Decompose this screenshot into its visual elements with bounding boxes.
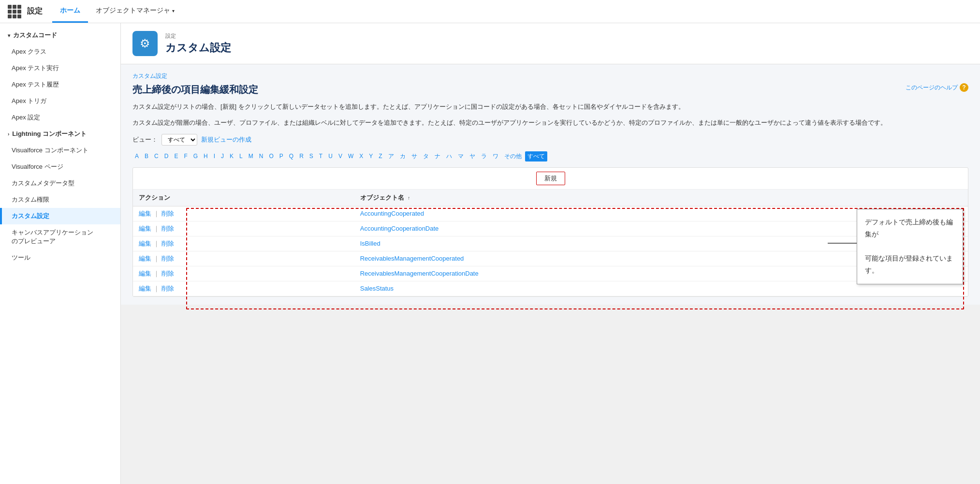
view-select[interactable]: すべて <box>161 134 197 146</box>
action-link-編集[interactable]: 編集 <box>139 255 151 262</box>
view-bar: ビュー： すべて 新規ビューの作成 <box>132 134 968 146</box>
action-link-削除[interactable]: 削除 <box>161 225 174 232</box>
object-name-link[interactable]: ReceivablesManagementCooperated <box>360 255 464 262</box>
page-content: カスタム設定 売上締後の項目編集緩和設定 このページのヘルプ ? カスタム設定が… <box>121 64 980 305</box>
alpha-btn-すべて[interactable]: すべて <box>525 151 547 161</box>
alpha-btn-ラ[interactable]: ラ <box>479 151 489 161</box>
help-link[interactable]: このページのヘルプ ? <box>906 83 968 92</box>
sidebar-item-tools[interactable]: ツール <box>0 249 120 266</box>
sidebar-item-apex-test-history[interactable]: Apex テスト履歴 <box>0 76 120 93</box>
alpha-btn-M[interactable]: M <box>246 152 256 161</box>
sidebar-item-apex-trigger[interactable]: Apex トリガ <box>0 93 120 109</box>
alpha-btn-K[interactable]: K <box>227 152 236 161</box>
action-link-削除[interactable]: 削除 <box>161 240 174 247</box>
action-link-編集[interactable]: 編集 <box>139 270 151 277</box>
alpha-btn-I[interactable]: I <box>211 152 218 161</box>
sidebar-item-custom-settings[interactable]: カスタム設定 <box>0 208 120 224</box>
alpha-btn-S[interactable]: S <box>307 152 316 161</box>
alpha-btn-L[interactable]: L <box>237 152 245 161</box>
alpha-btn-C[interactable]: C <box>152 152 161 161</box>
page-header-icon: ⚙ <box>132 31 158 56</box>
alpha-btn-B[interactable]: B <box>142 152 151 161</box>
alpha-btn-P[interactable]: P <box>277 152 286 161</box>
alpha-btn-G[interactable]: G <box>191 152 200 161</box>
table-cell-action: 編集｜削除 <box>133 221 354 236</box>
callout-box: デフォルトで売上締め後も編集が 可能な項目が登録されています。 <box>857 209 963 284</box>
sidebar-item-apex-class[interactable]: Apex クラス <box>0 44 120 60</box>
alpha-btn-ア[interactable]: ア <box>386 151 396 161</box>
alpha-btn-ヤ[interactable]: ヤ <box>467 151 478 161</box>
alpha-btn-カ[interactable]: カ <box>397 151 408 161</box>
action-link-編集[interactable]: 編集 <box>139 225 151 232</box>
object-name-link[interactable]: ReceivablesManagementCooperationDate <box>360 270 479 277</box>
help-icon: ? <box>960 83 968 92</box>
alpha-btn-U[interactable]: U <box>326 152 335 161</box>
sidebar-item-apex-test-exec[interactable]: Apex テスト実行 <box>0 60 120 76</box>
new-view-link[interactable]: 新規ビューの作成 <box>201 135 251 144</box>
action-link-編集[interactable]: 編集 <box>139 210 151 217</box>
sidebar-section-lightning[interactable]: › Lightning コンポーネント <box>0 126 120 142</box>
callout-text: デフォルトで売上締め後も編集が 可能な項目が登録されています。 <box>865 218 953 275</box>
object-name-link[interactable]: AccountingCooperationDate <box>360 225 439 232</box>
alpha-btn-A[interactable]: A <box>132 152 141 161</box>
new-btn-row: 新規 <box>133 168 968 190</box>
table-cell-action: 編集｜削除 <box>133 251 354 266</box>
sidebar-item-apex-settings[interactable]: Apex 設定 <box>0 109 120 126</box>
action-link-削除[interactable]: 削除 <box>161 255 174 262</box>
alpha-btn-N[interactable]: N <box>257 152 266 161</box>
sidebar-item-custom-permissions[interactable]: カスタム権限 <box>0 191 120 208</box>
table-container: 新規 アクション オブジェクト名 ↑ 編集｜削除AccountingCo <box>132 167 968 297</box>
alpha-btn-F[interactable]: F <box>181 152 190 161</box>
alpha-btn-タ[interactable]: タ <box>421 151 431 161</box>
content-area: ⚙ 設定 カスタム設定 カスタム設定 売上締後の項目編集緩和設定 このページのヘ… <box>121 23 980 484</box>
table-cell-action: 編集｜削除 <box>133 236 354 251</box>
sort-arrow-icon: ↑ <box>408 195 410 201</box>
action-separator: ｜ <box>153 285 160 292</box>
alpha-btn-その他[interactable]: その他 <box>502 151 524 161</box>
alpha-btn-サ[interactable]: サ <box>409 151 420 161</box>
nav-title: 設定 <box>27 6 43 16</box>
object-name-link[interactable]: AccountingCooperated <box>360 210 424 217</box>
alpha-btn-O[interactable]: O <box>266 152 276 161</box>
object-name-link[interactable]: SalesStatus <box>360 285 394 292</box>
alpha-btn-ナ[interactable]: ナ <box>432 151 443 161</box>
col-object-name: オブジェクト名 ↑ <box>354 190 968 206</box>
sidebar-item-vf-pages[interactable]: Visualforce ページ <box>0 159 120 175</box>
alpha-btn-V[interactable]: V <box>336 152 345 161</box>
alpha-btn-Z[interactable]: Z <box>376 152 384 161</box>
sidebar-item-vf-components[interactable]: Visualforce コンポーネント <box>0 142 120 159</box>
alpha-btn-T[interactable]: T <box>317 152 325 161</box>
alpha-btn-J[interactable]: J <box>219 152 226 161</box>
app-launcher-button[interactable] <box>6 3 23 20</box>
object-name-link[interactable]: IsBilled <box>360 240 380 247</box>
table-cell-action: 編集｜削除 <box>133 206 354 221</box>
action-link-削除[interactable]: 削除 <box>161 270 174 277</box>
sidebar-item-custom-metadata[interactable]: カスタムメタデータ型 <box>0 175 120 191</box>
sidebar-section-custom-code[interactable]: ▾ カスタムコード <box>0 27 120 44</box>
alpha-btn-ハ[interactable]: ハ <box>444 151 454 161</box>
chevron-right-icon: › <box>8 132 9 137</box>
grid-icon <box>8 5 21 18</box>
alpha-btn-W[interactable]: W <box>346 152 356 161</box>
sidebar-item-canvas-app[interactable]: キャンバスアプリケーション のプレビューア <box>0 224 120 249</box>
alpha-btn-H[interactable]: H <box>201 152 210 161</box>
nav-tabs: ホーム オブジェクトマネージャ ▾ <box>52 0 182 23</box>
action-link-削除[interactable]: 削除 <box>161 210 174 217</box>
alpha-btn-D[interactable]: D <box>162 152 171 161</box>
alpha-btn-Q[interactable]: Q <box>287 152 296 161</box>
alpha-btn-ワ[interactable]: ワ <box>490 151 501 161</box>
tab-home[interactable]: ホーム <box>52 0 88 23</box>
action-link-編集[interactable]: 編集 <box>139 285 151 292</box>
alpha-btn-マ[interactable]: マ <box>455 151 466 161</box>
new-button[interactable]: 新規 <box>536 172 565 185</box>
action-link-編集[interactable]: 編集 <box>139 240 151 247</box>
alpha-btn-X[interactable]: X <box>357 152 366 161</box>
alpha-btn-Y[interactable]: Y <box>366 152 375 161</box>
action-link-削除[interactable]: 削除 <box>161 285 174 292</box>
description-1: カスタム設定がリストの場合、[新規] をクリックして新しいデータセットを追加しま… <box>132 102 968 112</box>
action-separator: ｜ <box>153 225 160 232</box>
alpha-btn-R[interactable]: R <box>297 152 306 161</box>
alpha-btn-E[interactable]: E <box>172 152 180 161</box>
breadcrumb[interactable]: カスタム設定 <box>132 72 968 80</box>
tab-object-manager[interactable]: オブジェクトマネージャ ▾ <box>88 0 182 23</box>
